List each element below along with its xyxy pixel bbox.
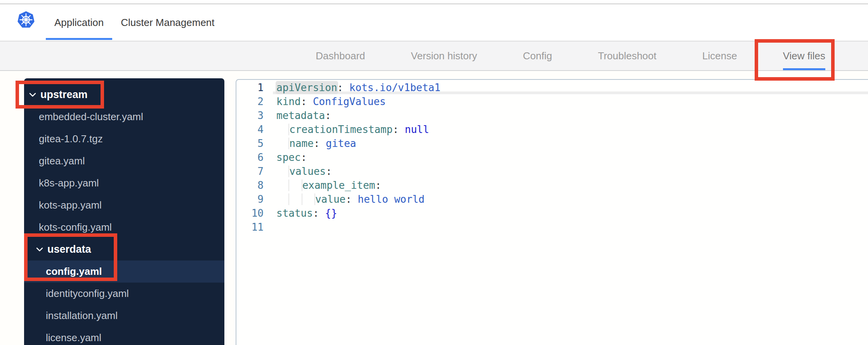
navtab-label: Dashboard: [316, 50, 365, 62]
indent-guide: [276, 193, 289, 205]
code-token: :: [375, 179, 381, 191]
code-line-text: value: hello world: [276, 192, 425, 206]
code-token: kind: [276, 96, 301, 107]
line-number[interactable]: 2: [236, 95, 264, 109]
line-number[interactable]: 10: [236, 206, 264, 220]
code-line: 7 values:: [236, 164, 868, 178]
tree-file-identityconfig-yaml[interactable]: identityconfig.yaml: [24, 283, 224, 305]
line-number[interactable]: 9: [236, 192, 264, 206]
code-token: :: [337, 82, 344, 93]
code-token: :: [345, 193, 352, 205]
code-token: creationTimestamp: [289, 124, 392, 135]
navtab-label: Troubleshoot: [598, 50, 656, 62]
navtab-license[interactable]: License: [702, 41, 737, 70]
tree-file-embedded-cluster-yaml[interactable]: embedded-cluster.yaml: [24, 106, 224, 128]
indent-guide: [302, 193, 315, 205]
code-line-text: name: gitea: [276, 136, 356, 150]
code-token: ConfigValues: [307, 96, 386, 107]
navtab-label: Version history: [411, 50, 477, 62]
line-number[interactable]: 1: [236, 81, 264, 95]
code-token: :: [301, 152, 307, 163]
tree-file-gitea-yaml[interactable]: gitea.yaml: [24, 150, 224, 172]
app-header: ApplicationCluster Management: [0, 4, 868, 41]
file-label: kots-app.yaml: [39, 199, 102, 211]
code-line-text: status: {}: [276, 206, 337, 220]
line-number[interactable]: 5: [236, 136, 264, 150]
code-token: values: [289, 166, 326, 177]
tree-file-k8s-app-yaml[interactable]: k8s-app.yaml: [24, 172, 224, 194]
navtab-label: View files: [783, 50, 825, 62]
file-label: gitea-1.0.7.tgz: [39, 133, 103, 145]
tab-application[interactable]: Application: [46, 4, 112, 41]
code-line: 9 value: hello world: [236, 192, 868, 206]
code-token: :: [326, 166, 332, 177]
header-tabs: ApplicationCluster Management: [46, 4, 223, 41]
indent-guide: [276, 179, 289, 191]
code-line: 11: [236, 220, 868, 234]
code-token: kots.io/v1beta1: [343, 82, 440, 93]
code-line-text: values:: [276, 164, 332, 178]
code-token: status: [276, 207, 313, 219]
indent-guide: [289, 179, 302, 191]
code-line: 4 creationTimestamp: null: [236, 122, 868, 136]
code-line-text: apiVersion: kots.io/v1beta1: [276, 81, 441, 95]
navtab-version-history[interactable]: Version history: [411, 41, 477, 70]
chevron-down-icon: [36, 247, 43, 252]
tab-label: Cluster Management: [121, 17, 214, 29]
navtab-config[interactable]: Config: [523, 41, 552, 70]
file-label: config.yaml: [46, 266, 102, 278]
tree-file-config-yaml[interactable]: config.yaml: [24, 260, 224, 283]
line-number[interactable]: 8: [236, 178, 264, 192]
indent-guide: [276, 166, 289, 177]
line-number[interactable]: 4: [236, 122, 264, 136]
code-token: :: [325, 110, 331, 121]
line-number[interactable]: 7: [236, 164, 264, 178]
code-line-text: example_item:: [276, 178, 381, 192]
file-label: k8s-app.yaml: [39, 177, 99, 189]
kubernetes-logo-icon: [17, 11, 35, 29]
file-label: license.yaml: [46, 332, 101, 344]
line-number[interactable]: 11: [236, 220, 264, 234]
navtab-label: Config: [523, 50, 552, 62]
tree-folder-userdata[interactable]: userdata: [24, 238, 224, 260]
code-lines: 1apiVersion: kots.io/v1beta12kind: Confi…: [236, 81, 868, 234]
navtab-view-files[interactable]: View files: [783, 41, 825, 70]
tab-label: Application: [54, 17, 104, 29]
code-line-text: spec:: [276, 150, 307, 164]
code-editor[interactable]: 1apiVersion: kots.io/v1beta12kind: Confi…: [236, 79, 868, 345]
code-line: 5 name: gitea: [236, 136, 868, 150]
active-tab-underline: [46, 38, 112, 40]
tree-file-gitea-1-0-7-tgz[interactable]: gitea-1.0.7.tgz: [24, 128, 224, 150]
tree-folder-upstream[interactable]: upstream: [24, 84, 224, 106]
navtab-label: License: [702, 50, 737, 62]
code-token: example_item: [302, 179, 375, 191]
navtab-dashboard[interactable]: Dashboard: [316, 41, 365, 70]
indent-guide: [289, 193, 302, 205]
chevron-down-icon: [29, 92, 36, 97]
tree-file-license-yaml[interactable]: license.yaml: [24, 327, 224, 345]
code-line: 3metadata:: [236, 109, 868, 122]
kots-admin-console: ApplicationCluster Management DashboardV…: [0, 0, 868, 345]
app-nav: DashboardVersion historyConfigTroublesho…: [0, 41, 868, 71]
file-label: installation.yaml: [46, 310, 118, 322]
code-token: :: [313, 207, 319, 219]
code-line: 1apiVersion: kots.io/v1beta1: [236, 81, 868, 95]
navtab-troubleshoot[interactable]: Troubleshoot: [598, 41, 656, 70]
code-token: metadata: [276, 110, 325, 121]
tree-file-kots-config-yaml[interactable]: kots-config.yaml: [24, 216, 224, 238]
code-line: 10status: {}: [236, 206, 868, 220]
file-label: gitea.yaml: [39, 155, 85, 167]
tab-cluster-management[interactable]: Cluster Management: [112, 4, 223, 41]
highlighted-token: apiVersion: [276, 82, 337, 93]
active-nav-underline: [783, 68, 825, 70]
file-label: kots-config.yaml: [39, 221, 112, 233]
tree-file-installation-yaml[interactable]: installation.yaml: [24, 305, 224, 327]
code-token: {}: [319, 207, 337, 219]
file-tree-sidebar: upstreamembedded-cluster.yamlgitea-1.0.7…: [24, 78, 224, 345]
code-token: null: [399, 124, 429, 135]
code-line-text: creationTimestamp: null: [276, 122, 429, 136]
code-token: spec: [276, 152, 301, 163]
line-number[interactable]: 3: [236, 109, 264, 122]
tree-file-kots-app-yaml[interactable]: kots-app.yaml: [24, 194, 224, 216]
line-number[interactable]: 6: [236, 150, 264, 164]
